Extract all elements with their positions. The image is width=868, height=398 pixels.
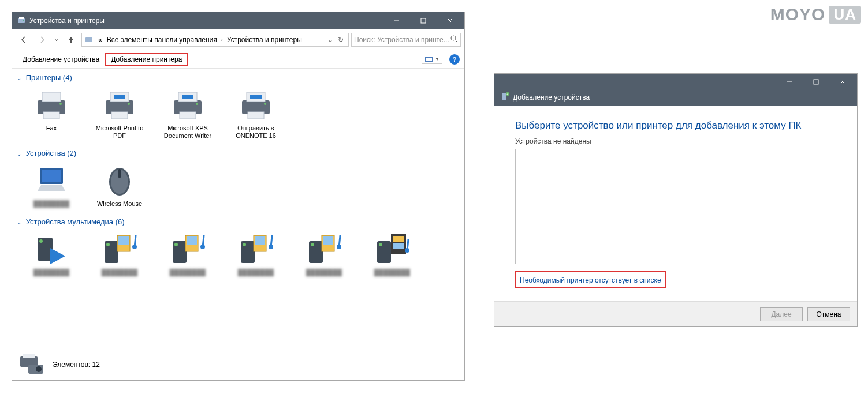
media-item[interactable]: ████████ [295,231,353,276]
item-label: ████████ [102,269,137,276]
item-label: Microsoft Print to PDF [91,125,148,140]
close-button[interactable] [829,74,856,90]
address-dropdown[interactable]: ⌄ [325,36,336,44]
brand-text: MOYO [770,5,826,24]
add-device-icon: + [500,92,509,103]
item-label: Отправить в ONENOTE 16 [227,125,285,140]
printer-item[interactable]: Fax [23,87,80,140]
printer-icon [33,87,70,123]
svg-point-25 [196,103,198,105]
svg-rect-32 [42,170,61,182]
svg-point-20 [128,103,130,105]
svg-rect-0 [18,18,25,23]
device-listbox[interactable] [515,149,836,264]
command-bar: Добавление устройства Добавление принтер… [12,50,464,69]
help-button[interactable]: ? [449,54,460,65]
breadcrumb-2[interactable]: Устройства и принтеры [225,36,304,44]
group-title-devices: Устройства (2) [26,149,77,157]
media-server-icon [101,231,138,268]
svg-rect-58 [323,236,333,245]
refresh-icon[interactable]: ↻ [336,36,346,44]
svg-rect-13 [42,92,61,102]
svg-point-8 [451,36,456,40]
multimedia-grid: ████████ ████████ ████████ ████████ [17,227,460,282]
item-label: Microsoft XPS Document Writer [159,125,217,140]
media-item[interactable]: ████████ [159,231,217,276]
status-label: Элементов: [53,361,90,369]
printers-grid: Fax Microsoft Print to PDF Microsoft XPS… [17,83,460,145]
printer-item[interactable]: Microsoft XPS Document Writer [159,87,217,140]
svg-rect-29 [248,112,264,119]
next-button[interactable]: Далее [760,307,803,321]
devices-printers-window: Устройства и принтеры « Все элементы пан… [12,12,465,381]
status-count: 12 [92,361,100,369]
cancel-button[interactable]: Отмена [807,307,850,321]
forward-button[interactable] [34,32,50,48]
group-header-devices[interactable]: ⌄ Устройства (2) [17,145,460,159]
device-item[interactable]: Wireless Mouse [91,162,148,208]
close-button[interactable] [437,12,463,29]
chevron-down-icon: ⌄ [17,219,21,226]
brand-logo: MOYO UA [770,5,861,24]
svg-point-56 [311,243,314,246]
group-header-multimedia[interactable]: ⌄ Устройства мультимедиа (6) [17,214,460,227]
up-button[interactable] [63,32,79,48]
media-item[interactable]: ████████ [23,231,80,276]
printer-icon [237,87,274,123]
search-icon [450,35,458,44]
address-bar[interactable]: « Все элементы панели управления › Устро… [81,33,349,47]
media-server-icon [237,231,274,268]
svg-rect-43 [118,236,129,245]
printer-item[interactable]: Отправить в ONENOTE 16 [227,87,285,140]
history-dropdown[interactable] [53,32,61,48]
item-label: Wireless Mouse [97,200,142,208]
dialog-subtext: Устройства не найдены [515,137,836,145]
media-item[interactable]: ████████ [227,231,285,276]
item-label: ████████ [33,269,69,276]
printer-item[interactable]: Microsoft Print to PDF [91,87,148,140]
breadcrumb-1[interactable]: Все элементы панели управления [105,36,219,44]
devices-camera-icon [18,353,46,376]
status-bar: Элементов: 12 [12,348,464,380]
svg-text:+: + [506,92,508,96]
media-item[interactable]: ████████ [363,231,421,276]
add-device-dialog: + Добавление устройства Выберите устройс… [494,73,858,327]
svg-point-38 [39,239,43,243]
minimize-button[interactable] [383,12,410,29]
content-area: ⌄ Принтеры (4) Fax Microsoft Print to PD… [12,69,464,348]
svg-point-61 [379,243,382,246]
svg-rect-11 [426,58,432,61]
svg-rect-48 [187,236,197,245]
navigation-row: « Все элементы панели управления › Устро… [12,29,464,50]
add-printer-command[interactable]: Добавление принтера [105,53,188,66]
device-item[interactable]: ████████ [23,162,80,208]
printer-icon [101,87,138,123]
back-button[interactable] [16,32,32,48]
address-icon [84,35,94,44]
media-server-icon [169,231,206,268]
item-label: Fax [46,125,57,132]
svg-point-51 [243,243,246,246]
printer-not-listed-link[interactable]: Необходимый принтер отсутствует в списке [520,276,661,284]
svg-marker-33 [38,185,65,191]
maximize-button[interactable] [410,12,437,29]
window-title: Устройства и принтеры [29,17,383,25]
devices-grid: ████████ Wireless Mouse [17,159,460,213]
group-title-printers: Принтеры (4) [26,73,72,82]
chevron-down-icon: ⌄ [17,75,21,81]
mouse-icon [101,162,138,199]
svg-rect-63 [393,236,404,242]
maximize-button[interactable] [803,74,829,90]
titlebar: Устройства и принтеры [12,12,464,29]
svg-line-9 [455,40,457,42]
view-options-button[interactable]: ▼ [422,55,442,64]
svg-rect-28 [250,95,262,99]
media-item[interactable]: ████████ [91,231,148,276]
search-placeholder: Поиск: Устройства и принте... [354,36,450,44]
group-header-printers[interactable]: ⌄ Принтеры (4) [17,70,460,83]
add-device-command[interactable]: Добавление устройства [17,53,105,66]
search-input[interactable]: Поиск: Устройства и принте... [351,33,461,47]
dialog-body: Выберите устройство или принтер для доба… [494,106,857,301]
svg-rect-7 [85,37,92,42]
minimize-button[interactable] [776,74,803,90]
